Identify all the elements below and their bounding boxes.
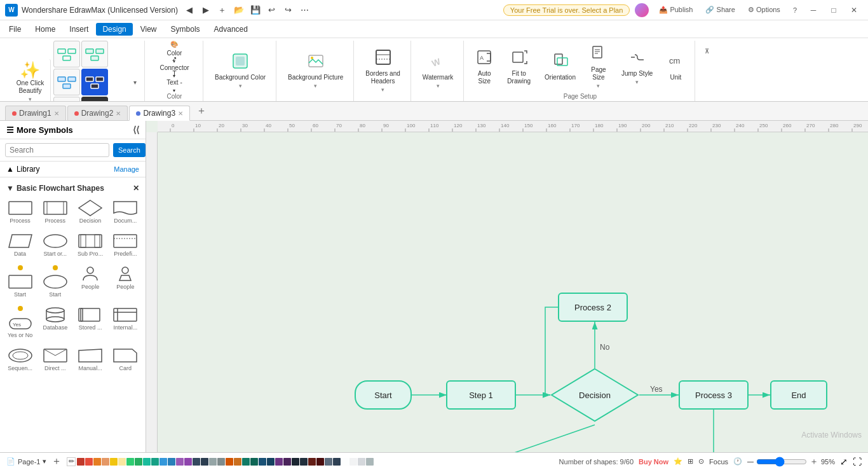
color-swatch[interactable] <box>300 458 308 466</box>
undo-btn[interactable]: ↩ <box>264 3 280 18</box>
color-swatch[interactable] <box>292 458 299 466</box>
color-swatch[interactable] <box>366 458 374 466</box>
new-file-btn[interactable]: ＋ <box>215 3 230 18</box>
tab-close-3[interactable]: ✕ <box>178 110 183 117</box>
color-swatch[interactable] <box>176 458 184 466</box>
color-swatch[interactable] <box>275 458 283 466</box>
shape-database[interactable]: Database <box>39 303 71 342</box>
shape-internal[interactable]: Internal... <box>109 303 142 342</box>
color-swatch[interactable] <box>358 458 365 466</box>
text-btn[interactable]: T Text - ▾ <box>157 74 191 88</box>
color-swatch[interactable] <box>93 458 101 466</box>
node-start[interactable]: Start <box>355 380 412 410</box>
color-swatch[interactable] <box>193 458 200 466</box>
theme-btn-4[interactable] <box>81 69 108 95</box>
back-btn[interactable]: ◀ <box>182 3 197 18</box>
shape-people1[interactable]: People <box>74 263 107 301</box>
library-toggle[interactable]: ▲ Library <box>6 165 40 174</box>
shape-predefine[interactable]: Predefi... <box>109 230 142 260</box>
ribbon-expand-btn[interactable]: ▾ <box>132 41 138 101</box>
shape-sequence[interactable]: Sequen... <box>4 344 36 375</box>
help-btn[interactable]: ? <box>788 4 802 17</box>
save-btn[interactable]: 💾 <box>248 3 263 18</box>
shape-start2[interactable]: Start <box>39 263 71 301</box>
shape-process2[interactable]: Process <box>39 197 71 227</box>
shape-manual[interactable]: Manual... <box>74 344 107 375</box>
shape-card[interactable]: Card <box>109 344 142 375</box>
shape-start1[interactable]: Start <box>4 263 36 301</box>
theme-btn-2[interactable] <box>81 41 108 67</box>
shape-yes-no[interactable]: Yes Yes or No <box>4 303 36 342</box>
shape-stored[interactable]: Stored ... <box>74 303 107 342</box>
color-swatch[interactable] <box>217 458 225 466</box>
add-page-btn[interactable]: ＋ <box>51 455 62 468</box>
node-process2[interactable]: Process 2 <box>558 293 628 322</box>
one-click-beautify-btn[interactable]: ✨ One ClickBeautify ▾ <box>11 59 51 101</box>
color-swatch[interactable] <box>77 458 85 466</box>
jump-style-btn[interactable]: Jump Style ▾ <box>616 46 658 88</box>
color-swatch[interactable] <box>333 458 341 466</box>
search-button[interactable]: Search <box>113 143 146 157</box>
options-btn[interactable]: ⚙ Options <box>743 4 785 17</box>
shape-document[interactable]: Docum... <box>109 197 142 227</box>
zoom-slider[interactable] <box>756 457 807 467</box>
color-swatch[interactable] <box>325 458 332 466</box>
color-swatch[interactable] <box>126 458 134 466</box>
minimize-btn[interactable]: ─ <box>804 4 822 17</box>
fullscreen-btn[interactable]: ⛶ <box>853 457 862 467</box>
zoom-in-btn[interactable]: ＋ <box>810 456 818 467</box>
node-process3[interactable]: Process 3 <box>679 380 749 410</box>
color-swatch[interactable] <box>341 458 349 466</box>
manage-btn[interactable]: Manage <box>114 165 139 173</box>
color-swatch[interactable] <box>184 458 192 466</box>
more-actions-btn[interactable]: ⋯ <box>297 3 313 18</box>
color-swatch[interactable] <box>118 458 126 466</box>
menu-view[interactable]: View <box>134 23 163 36</box>
auto-size-btn[interactable]: A AutoSize <box>470 46 498 88</box>
color-swatch[interactable] <box>209 458 217 466</box>
page-size-btn[interactable]: PageSize ▾ <box>585 42 613 92</box>
publish-btn[interactable]: 📤 Publish <box>654 4 698 17</box>
fit-drawing-btn[interactable]: Fit toDrawing <box>502 46 536 88</box>
color-swatch[interactable] <box>168 458 175 466</box>
color-swatch[interactable] <box>151 458 159 466</box>
theme-more-btn[interactable] <box>81 97 108 101</box>
share-btn[interactable]: 🔗 Share <box>700 4 740 17</box>
fit-page-btn[interactable]: ⤢ <box>840 457 848 467</box>
section-close-icon[interactable]: ✕ <box>133 184 139 193</box>
open-file-btn[interactable]: 📂 <box>231 3 247 18</box>
color-swatch[interactable] <box>250 458 258 466</box>
close-btn[interactable]: ✕ <box>845 4 863 17</box>
color-swatch[interactable] <box>85 458 93 466</box>
trial-button[interactable]: Your Free Trial is over. Select a Plan <box>503 4 630 16</box>
menu-design[interactable]: Design <box>96 23 132 36</box>
color-swatch[interactable] <box>349 458 357 466</box>
tab-drawing3[interactable]: Drawing3 ✕ <box>129 106 190 121</box>
maximize-btn[interactable]: □ <box>825 4 843 17</box>
color-swatch[interactable] <box>316 458 324 466</box>
shape-decision[interactable]: Decision <box>74 197 107 227</box>
forward-btn[interactable]: ▶ <box>198 3 214 18</box>
color-swatch[interactable] <box>135 458 142 466</box>
bg-picture-btn[interactable]: Background Picture ▾ <box>283 50 348 92</box>
page-selector[interactable]: 📄 Page-1 ▾ <box>6 457 46 466</box>
shape-process1[interactable]: Process <box>4 197 36 227</box>
add-tab-btn[interactable]: ＋ <box>191 102 212 120</box>
color-picker-icon[interactable]: ✏ <box>67 457 76 466</box>
color-swatch[interactable] <box>267 458 275 466</box>
theme-btn-1[interactable] <box>53 41 80 67</box>
tab-close-2[interactable]: ✕ <box>116 110 121 117</box>
borders-btn[interactable]: Borders andHeaders ▾ <box>360 46 405 95</box>
bg-color-btn[interactable]: Background Color ▾ <box>210 50 271 92</box>
sidebar-collapse-btn[interactable]: ⟨⟨ <box>133 125 139 135</box>
zoom-out-btn[interactable]: ─ <box>747 457 754 467</box>
color-swatch[interactable] <box>201 458 208 466</box>
shape-people2[interactable]: People <box>109 263 142 301</box>
node-step1[interactable]: Step 1 <box>446 380 516 410</box>
shape-data[interactable]: Data <box>4 230 36 260</box>
watermark-btn[interactable]: W Watermark ▾ <box>417 50 459 92</box>
menu-home[interactable]: Home <box>29 23 62 36</box>
color-swatch[interactable] <box>242 458 250 466</box>
diagram-canvas[interactable]: No Yes Start <box>158 132 868 452</box>
color-swatch[interactable] <box>102 458 109 466</box>
